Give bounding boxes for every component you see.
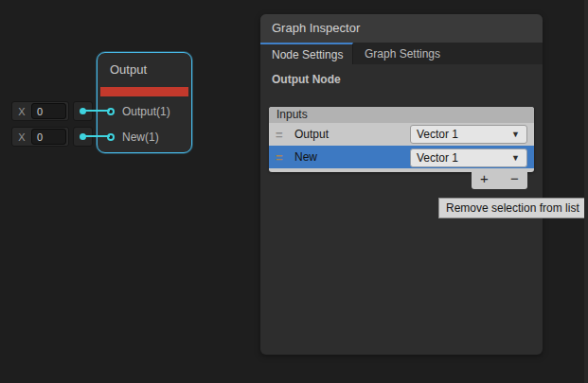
add-item-button[interactable]: +	[474, 170, 495, 187]
dropdown-value: Vector 1	[411, 128, 511, 141]
node-divider-bar	[100, 87, 188, 96]
x-axis-label: X	[12, 106, 31, 117]
x-value-input[interactable]: 0	[31, 129, 66, 145]
graph-inspector-panel: Graph Inspector Node Settings Graph Sett…	[260, 14, 543, 355]
chevron-down-icon: ▼	[511, 153, 526, 163]
node-title: Output	[98, 53, 191, 86]
port-row-new: New(1)	[107, 130, 159, 145]
shader-graph-window: Output Output(1) New(1) X 0 X 0 Graph In…	[0, 0, 588, 383]
tab-graph-settings[interactable]: Graph Settings	[353, 43, 440, 64]
x-value-input[interactable]: 0	[31, 103, 66, 119]
remove-item-button[interactable]: −	[505, 170, 526, 187]
inputs-list: Inputs = Output Vector 1 ▼ = New Vector …	[269, 107, 534, 172]
chevron-down-icon: ▼	[511, 130, 526, 139]
inputs-list-header: Inputs	[269, 107, 534, 123]
edge-connection	[83, 135, 110, 137]
tab-label: Node Settings	[272, 48, 343, 61]
list-footer: + −	[472, 168, 527, 189]
drag-handle-icon[interactable]: =	[276, 151, 289, 164]
x-axis-label: X	[12, 131, 31, 143]
port-label: New(1)	[122, 131, 159, 144]
type-dropdown[interactable]: Vector 1 ▼	[410, 125, 527, 144]
tab-label: Graph Settings	[365, 47, 440, 61]
port-label: Output(1)	[122, 105, 170, 118]
list-item-new[interactable]: = New Vector 1 ▼	[269, 146, 534, 168]
output-node[interactable]: Output Output(1) New(1)	[97, 52, 192, 153]
section-title: Output Node	[272, 73, 341, 86]
list-item-output[interactable]: = Output Vector 1 ▼	[269, 123, 534, 146]
vector-x-field: X 0	[11, 101, 69, 121]
port-row-output: Output(1)	[107, 104, 170, 119]
tooltip: Remove selection from list	[438, 198, 587, 218]
tab-node-settings[interactable]: Node Settings	[260, 43, 353, 64]
panel-title[interactable]: Graph Inspector	[260, 14, 543, 43]
type-dropdown[interactable]: Vector 1 ▼	[410, 148, 527, 167]
window-edge-divider	[584, 0, 588, 383]
edge-connection	[83, 110, 110, 112]
dropdown-value: Vector 1	[411, 151, 511, 165]
vector-x-field: X 0	[11, 127, 69, 147]
list-item-label: New	[294, 150, 317, 164]
drag-handle-icon[interactable]: =	[276, 129, 289, 141]
list-item-label: Output	[294, 128, 329, 141]
tab-bar: Node Settings Graph Settings	[260, 43, 543, 64]
